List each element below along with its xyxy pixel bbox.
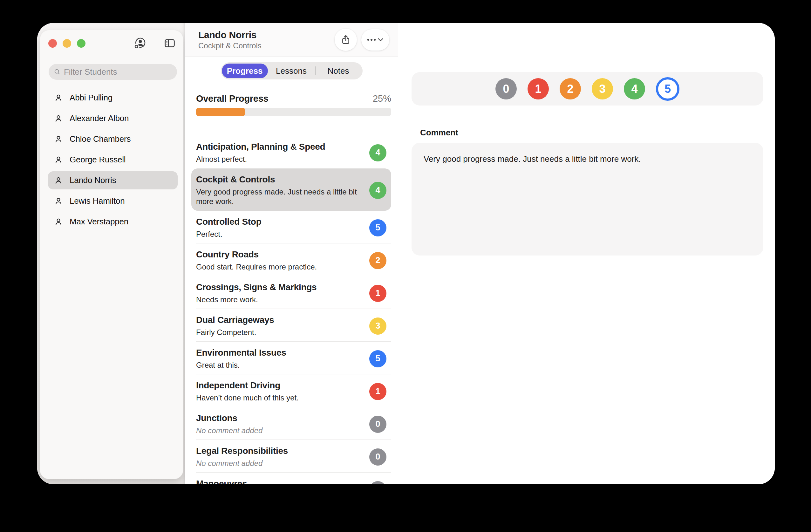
student-name: Lando Norris xyxy=(70,176,116,185)
toggle-sidebar-button[interactable] xyxy=(163,37,176,49)
score-option-2[interactable]: 2 xyxy=(560,78,581,100)
tab-bar: Progress Lessons Notes xyxy=(221,62,363,79)
person-icon xyxy=(54,114,63,123)
sidebar-item-student[interactable]: Lewis Hamilton xyxy=(48,192,178,210)
progress-fill xyxy=(196,108,245,116)
share-icon xyxy=(340,34,351,45)
skill-score-badge: 5 xyxy=(369,219,386,237)
skill-comment: No comment added xyxy=(196,426,361,436)
sidebar-item-student[interactable]: Lando Norris xyxy=(48,171,178,189)
skill-comment: No comment added xyxy=(196,459,361,468)
skill-row[interactable]: Dual Carriageways Fairly Competent. 3 xyxy=(191,309,391,341)
tab-progress[interactable]: Progress xyxy=(222,63,268,78)
skill-title: Country Roads xyxy=(196,249,361,260)
sidebar-item-student[interactable]: Abbi Pulling xyxy=(48,89,178,107)
score-picker: 012345 xyxy=(412,72,763,106)
minimize-button[interactable] xyxy=(63,39,71,48)
page-subtitle: Cockpit & Controls xyxy=(198,41,262,50)
skill-score-badge: 5 xyxy=(369,350,386,367)
skill-row[interactable]: Environmental Issues Great at this. 5 xyxy=(191,341,391,374)
window-controls xyxy=(48,39,86,48)
sidebar-toggle-icon xyxy=(163,36,176,50)
skill-score-badge: 1 xyxy=(369,285,386,302)
skill-comment: Needs more work. xyxy=(196,295,361,304)
skill-comment: Great at this. xyxy=(196,360,361,370)
sidebar-item-student[interactable]: Alexander Albon xyxy=(48,109,178,127)
detail-header: Lando Norris Cockpit & Controls xyxy=(185,23,398,57)
skill-comment: Haven’t done much of this yet. xyxy=(196,393,361,402)
skill-title: Environmental Issues xyxy=(196,347,361,358)
skill-comment: Good start. Requires more practice. xyxy=(196,262,361,272)
more-button[interactable] xyxy=(361,29,389,50)
overall-progress-section: Overall Progress 25% xyxy=(196,93,391,116)
student-name: Lewis Hamilton xyxy=(70,196,125,206)
chevron-down-icon xyxy=(378,38,383,42)
comment-text: Very good progress made. Just needs a li… xyxy=(424,153,751,164)
skill-title: Anticipation, Planning & Speed xyxy=(196,141,361,152)
person-icon xyxy=(54,217,63,227)
skill-row[interactable]: Legal Responsibilities No comment added … xyxy=(191,440,391,473)
desktop-background: Abbi Pulling Alexander Albon Chloe Chamb… xyxy=(0,0,811,532)
more-icon xyxy=(367,39,376,41)
skill-row[interactable]: Controlled Stop Perfect. 5 xyxy=(191,211,391,243)
student-name: Max Verstappen xyxy=(70,217,128,227)
share-button[interactable] xyxy=(335,29,357,51)
skill-title: Legal Responsibilities xyxy=(196,445,361,456)
skill-row[interactable]: Junctions No comment added 0 xyxy=(191,407,391,440)
tab-lessons[interactable]: Lessons xyxy=(268,66,315,76)
sidebar-panel: Abbi Pulling Alexander Albon Chloe Chamb… xyxy=(40,30,183,479)
overall-progress-percent: 25% xyxy=(373,93,391,104)
search-field[interactable] xyxy=(49,64,177,80)
close-button[interactable] xyxy=(48,39,57,48)
skill-comment: Perfect. xyxy=(196,229,361,239)
score-option-0[interactable]: 0 xyxy=(495,78,517,100)
sidebar-item-student[interactable]: Chloe Chambers xyxy=(48,130,178,148)
overall-progress-bar xyxy=(196,108,391,116)
skill-row[interactable]: Cockpit & Controls Very good progress ma… xyxy=(191,168,391,211)
student-name: Abbi Pulling xyxy=(70,93,112,103)
add-student-icon xyxy=(134,36,146,50)
sidebar-item-student[interactable]: George Russell xyxy=(48,151,178,169)
search-icon xyxy=(54,68,61,76)
skill-score-badge: 3 xyxy=(369,318,386,335)
score-option-1[interactable]: 1 xyxy=(527,78,549,100)
score-option-3[interactable]: 3 xyxy=(592,78,613,100)
skill-score-badge: 1 xyxy=(369,383,386,400)
skill-title: Cockpit & Controls xyxy=(196,174,361,185)
person-icon xyxy=(54,155,63,165)
skill-row[interactable]: Crossings, Signs & Markings Needs more w… xyxy=(191,276,391,309)
skill-row[interactable]: Manoeuvres No comment added 0 xyxy=(191,473,391,484)
skill-title: Junctions xyxy=(196,413,361,424)
student-list: Abbi Pulling Alexander Albon Chloe Chamb… xyxy=(48,89,178,231)
skill-comment: Very good progress made. Just needs a li… xyxy=(196,187,361,206)
tab-notes[interactable]: Notes xyxy=(315,66,362,76)
search-input[interactable] xyxy=(64,67,172,77)
skill-list: Anticipation, Planning & Speed Almost pe… xyxy=(191,136,391,484)
skill-row[interactable]: Anticipation, Planning & Speed Almost pe… xyxy=(191,136,391,168)
skill-row[interactable]: Country Roads Good start. Requires more … xyxy=(191,243,391,276)
skill-title: Controlled Stop xyxy=(196,216,361,227)
skill-comment: Fairly Competent. xyxy=(196,328,361,337)
person-icon xyxy=(54,134,63,144)
skill-title: Independent Driving xyxy=(196,380,361,391)
sidebar-item-student[interactable]: Max Verstappen xyxy=(48,213,178,231)
overall-progress-label: Overall Progress xyxy=(196,93,268,104)
zoom-button[interactable] xyxy=(77,39,86,48)
add-student-button[interactable] xyxy=(134,37,146,49)
skill-comment: Almost perfect. xyxy=(196,154,361,164)
comment-label: Comment xyxy=(420,128,763,138)
sidebar-toolbar xyxy=(40,30,183,50)
person-icon xyxy=(54,176,63,185)
person-icon xyxy=(54,93,63,103)
skill-score-badge: 0 xyxy=(369,449,386,466)
skill-row[interactable]: Independent Driving Haven’t done much of… xyxy=(191,374,391,407)
skill-score-badge: 4 xyxy=(369,144,386,162)
skill-title: Dual Carriageways xyxy=(196,315,361,325)
page-title: Lando Norris xyxy=(198,30,262,40)
comment-textarea[interactable]: Very good progress made. Just needs a li… xyxy=(412,143,763,256)
score-option-5[interactable]: 5 xyxy=(656,77,679,101)
skill-title: Crossings, Signs & Markings xyxy=(196,282,361,293)
person-icon xyxy=(54,196,63,206)
score-option-4[interactable]: 4 xyxy=(624,78,645,100)
skill-score-badge: 4 xyxy=(369,182,386,199)
